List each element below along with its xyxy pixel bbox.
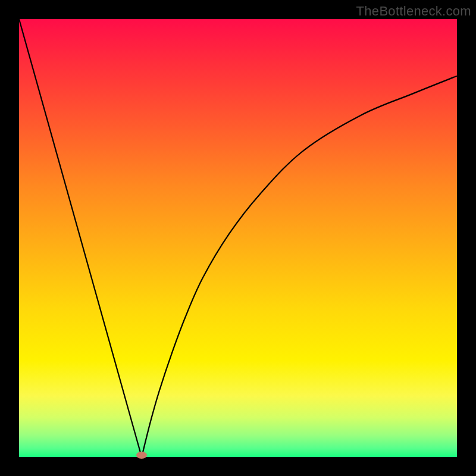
watermark-text: TheBottleneck.com bbox=[356, 4, 471, 19]
chart-container: TheBottleneck.com bbox=[0, 0, 476, 476]
optimal-point-marker bbox=[136, 452, 147, 459]
plot-area bbox=[19, 19, 457, 457]
bottleneck-curve bbox=[19, 19, 457, 457]
chart-curve bbox=[19, 19, 457, 457]
